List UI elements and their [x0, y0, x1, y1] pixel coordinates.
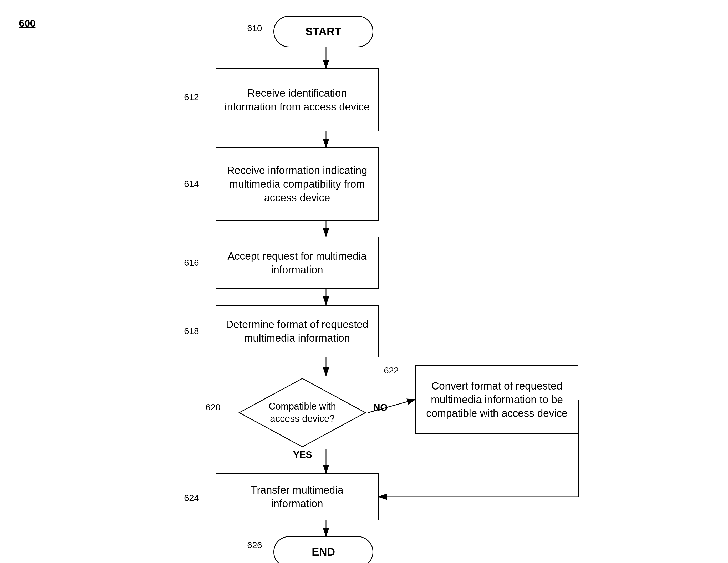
- step-622-text: Convert format of requested multimedia i…: [424, 379, 570, 420]
- step-616-text: Accept request for multimedia informatio…: [224, 249, 370, 277]
- end-node: END: [273, 536, 373, 563]
- step-624-text: Transfer multimedia information: [224, 483, 370, 510]
- label-616: 616: [184, 258, 199, 268]
- start-label: START: [306, 25, 342, 38]
- step-612-text: Receive identification information from …: [224, 86, 370, 114]
- step-614-text: Receive information indicating multimedi…: [224, 163, 370, 204]
- step-612-box: Receive identification information from …: [216, 68, 379, 131]
- diamond-620: Compatible with access device?: [237, 376, 368, 451]
- label-614: 614: [184, 179, 199, 189]
- label-612: 612: [184, 92, 199, 102]
- label-610: 610: [247, 23, 262, 33]
- step-622-box: Convert format of requested multimedia i…: [415, 365, 578, 434]
- flowchart-diagram: 600 START 610 Receive identification inf…: [0, 0, 728, 563]
- no-label: NO: [373, 402, 388, 413]
- start-node: START: [273, 16, 373, 47]
- step-624-box: Transfer multimedia information: [216, 473, 379, 520]
- diamond-620-text: Compatible with access device?: [266, 400, 339, 425]
- step-614-box: Receive information indicating multimedi…: [216, 147, 379, 221]
- step-618-box: Determine format of requested multimedia…: [216, 305, 379, 357]
- figure-label: 600: [19, 18, 35, 29]
- label-626: 626: [247, 540, 262, 550]
- step-616-box: Accept request for multimedia informatio…: [216, 237, 379, 289]
- label-620: 620: [206, 402, 221, 412]
- label-624: 624: [184, 493, 199, 503]
- step-618-text: Determine format of requested multimedia…: [224, 318, 370, 345]
- yes-label: YES: [293, 449, 312, 460]
- label-618: 618: [184, 326, 199, 336]
- label-622: 622: [384, 365, 399, 376]
- end-label: END: [312, 546, 335, 558]
